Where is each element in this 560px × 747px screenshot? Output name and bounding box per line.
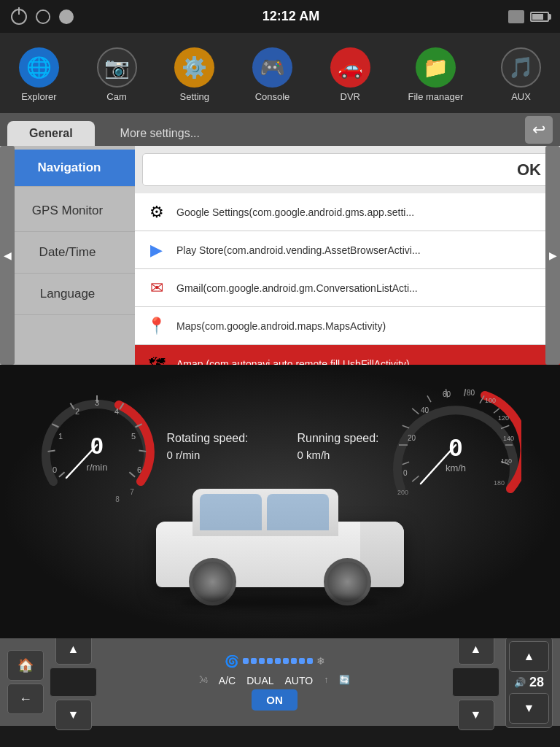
ac-section: 🌀 ❄ 🌬 A/C DUAL AUTO ↑ 🔄 ON [103,654,446,711]
gmail-icon: ✉ [144,275,169,301]
svg-line-26 [427,395,431,402]
svg-text:1: 1 [58,432,63,441]
volume-number: 28 [529,675,544,690]
svg-text:r/min: r/min [87,462,108,473]
temp-slider-left[interactable] [50,667,97,697]
nav-item-setting[interactable]: ⚙️ Setting [174,47,214,102]
filemanager-label: File manager [408,91,463,102]
maps-icon: 📍 [144,313,169,338]
svg-line-25 [412,409,419,414]
svg-text:8: 8 [116,495,120,503]
filemanager-icon: 📁 [416,47,456,88]
svg-line-30 [494,409,499,413]
ac-label[interactable]: A/C [219,675,236,686]
rotating-speed-info: Rotating speed: 0 r/min [166,432,248,461]
settings-panel: Navigation GPS Monitor Date/Time Languag… [0,146,560,365]
aux-label: AUX [511,91,531,102]
explorer-label: Explorer [21,91,56,102]
nav-item-aux[interactable]: 🎵 AUX [501,47,541,102]
recirc-icon: 🔄 [339,675,350,686]
svg-text:2: 2 [75,407,79,416]
car-image-container [141,478,419,624]
temp-up-right[interactable]: ▲ [458,634,494,665]
svg-line-24 [402,425,408,427]
moon-icon[interactable] [36,9,50,24]
setting-icon: ⚙️ [174,47,214,88]
volume-up-button[interactable]: ▲ [509,641,549,672]
svg-text:0: 0 [448,433,462,461]
search-bar[interactable]: OK [142,153,553,186]
right-temp-control: ▲ ▼ [452,634,499,730]
temp-slider-right[interactable] [452,667,499,697]
svg-text:120: 120 [498,414,509,422]
ok-button[interactable]: OK [517,160,541,179]
app-name: Play Store(com.android.vending.AssetBrow… [176,244,421,256]
sidebar-item-navigation[interactable]: Navigation [4,150,135,187]
list-item[interactable]: ✉ Gmail(com.google.android.gm.Conversati… [135,269,560,307]
dual-label[interactable]: DUAL [246,675,273,686]
left-temp-control: ▲ ▼ [50,634,97,730]
tab-bar: General More settings... ↩ [0,113,560,146]
ac-icon: 🌬 [199,675,208,686]
status-icons-right [508,10,549,23]
nav-item-console[interactable]: 🎮 Console [252,47,292,102]
list-item[interactable]: 📍 Maps(com.google.android.maps.MapsActiv… [135,307,560,345]
temp-up-left[interactable]: ▲ [55,634,92,665]
settings-content: OK ⚙ Google Settings(com.google.android.… [135,146,560,365]
list-item[interactable]: ⚙ Google Settings(com.google.android.gms… [135,193,560,231]
tab-general[interactable]: General [7,121,95,146]
clock: 12:12 AM [262,9,319,24]
sidebar-item-gpsmonitor[interactable]: GPS Monitor [0,190,135,232]
temp-down-right[interactable]: ▼ [458,700,494,730]
svg-text:160: 160 [501,457,512,465]
auto-label[interactable]: AUTO [285,675,314,686]
svg-text:7: 7 [131,488,135,496]
nav-item-dvr[interactable]: 🚗 DVR [330,47,370,102]
svg-text:140: 140 [503,435,514,442]
svg-text:6: 6 [137,465,141,474]
dvr-label: DVR [341,91,360,102]
svg-text:40: 40 [421,406,429,414]
status-icons-left [11,9,74,25]
aux-icon: 🎵 [501,47,541,88]
volume-down-button[interactable]: ▼ [509,693,549,724]
settings-sidebar: Navigation GPS Monitor Date/Time Languag… [0,146,135,365]
running-speed-label: Running speed: [297,432,378,445]
home-button[interactable]: 🏠 [7,650,44,681]
temp-down-left[interactable]: ▼ [55,700,92,730]
scroll-left-arrow[interactable]: ◀ [0,146,15,365]
explorer-icon: 🌐 [19,47,59,88]
brightness-icon[interactable] [59,9,74,24]
svg-line-0 [59,472,65,476]
console-label: Console [255,91,290,102]
power-icon[interactable] [11,9,27,25]
bottom-bar: 🏠 ← ▲ ▼ 🌀 [0,638,560,726]
google-settings-icon: ⚙ [144,199,169,225]
sidebar-item-datetime[interactable]: Date/Time [0,232,135,274]
tab-more-settings[interactable]: More settings... [98,121,222,146]
back-button[interactable]: ↩ [525,116,553,144]
cam-label: Cam [106,91,126,102]
svg-text:180: 180 [494,479,505,487]
nav-item-filemanager[interactable]: 📁 File manager [408,47,463,102]
svg-text:5: 5 [131,432,136,441]
app-name-selected: Amap (com.autonavi.auto.remote.fill.UsbF… [176,358,410,365]
ac-on-button[interactable]: ON [252,689,298,711]
svg-text:60: 60 [443,390,451,398]
rotating-speed-value: 0 r/min [166,449,200,461]
nav-item-explorer[interactable]: 🌐 Explorer [19,47,59,102]
status-bar: 12:12 AM [0,0,560,33]
svg-text:80: 80 [467,389,475,397]
setting-label: Setting [180,91,209,102]
svg-text:km/h: km/h [445,462,465,473]
volume-control: ▲ 🔊 28 ▼ [505,637,553,728]
scroll-right-arrow[interactable]: ▶ [545,146,560,365]
nav-item-cam[interactable]: 📷 Cam [97,47,137,102]
list-item-selected[interactable]: 🗺 Amap (com.autonavi.auto.remote.fill.Us… [135,345,560,365]
cam-icon: 📷 [97,47,137,88]
svg-line-7 [139,451,147,452]
sidebar-item-language[interactable]: Language [0,274,135,315]
back-nav-button[interactable]: ← [7,684,44,714]
app-name: Maps(com.google.android.maps.MapsActivit… [176,320,386,332]
list-item[interactable]: ▶ Play Store(com.android.vending.AssetBr… [135,231,560,269]
